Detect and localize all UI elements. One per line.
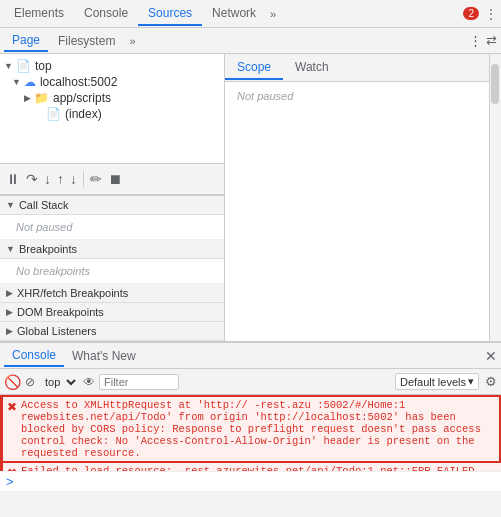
top-icons: 2 ⋮ [463,7,497,21]
sections-panel: ▼ Call Stack Not paused ▼ Breakpoints No… [0,195,224,341]
tree-label-index: (index) [65,107,102,121]
console-close-btn[interactable]: ✕ [485,348,497,364]
clear-console-btn[interactable]: 🚫 [4,374,21,390]
tree-item-localhost[interactable]: ▼ ☁ localhost:5002 [0,74,224,90]
console-tab-whatsnew[interactable]: What's New [64,346,144,366]
section-callstack-header[interactable]: ▼ Call Stack [0,196,224,215]
section-dom-label: DOM Breakpoints [17,306,104,318]
console-msg-failed-error: ✖ Failed to load resource: -rest.azurewi… [0,463,501,471]
deactivate-btn[interactable]: ✏ [90,171,102,187]
tree-arrow-localhost: ▼ [12,77,21,87]
step-into-btn[interactable]: ↓ [44,171,51,187]
scope-content: Not paused [225,82,489,110]
subtab-page[interactable]: Page [4,30,48,52]
subtab-more[interactable]: » [125,32,139,50]
section-arrow-bp: ▼ [6,244,15,254]
section-arrow-callstack: ▼ [6,200,15,210]
more-tabs[interactable]: » [266,4,280,24]
section-callstack-content: Not paused [0,215,224,240]
section-dom-header[interactable]: ▶ DOM Breakpoints [0,303,224,322]
section-arrow-global: ▶ [6,326,13,336]
console-section: Console What's New ✕ 🚫 ⊘ top 👁 Default l… [0,341,501,491]
filter-input[interactable] [99,374,179,390]
context-select[interactable]: top [39,374,79,390]
prompt-arrow-icon: > [6,474,14,489]
tree-label-localhost: localhost:5002 [40,75,117,89]
debug-controls: ⏸ ↷ ↓ ↑ ↓ ✏ ⏹ [0,163,224,195]
tab-network[interactable]: Network [202,2,266,26]
sub-tabbar: Page Filesystem » ⋮ ⇄ [0,28,501,54]
section-breakpoints-content: No breakpoints [0,259,224,284]
step-out-btn[interactable]: ↑ [57,171,64,187]
section-breakpoints-label: Breakpoints [19,243,77,255]
right-scrollbar[interactable] [489,54,501,341]
tab-elements[interactable]: Elements [4,2,74,26]
top-tabbar: Elements Console Sources Network » 2 ⋮ [0,0,501,28]
tab-sources[interactable]: Sources [138,2,202,26]
console-tab-console[interactable]: Console [4,345,64,367]
console-msg-cors-error: ✖ Access to XMLHttpRequest at 'http:// -… [0,395,501,463]
section-xhr-label: XHR/fetch Breakpoints [17,287,128,299]
scope-watch-tabs: Scope Watch [225,54,489,82]
tree-item-top[interactable]: ▼ 📄 top [0,58,224,74]
top-icon: 📄 [16,59,31,73]
section-global-header[interactable]: ▶ Global Listeners [0,322,224,341]
section-xhr-header[interactable]: ▶ XHR/fetch Breakpoints [0,284,224,303]
right-panel: Scope Watch Not paused [225,54,489,341]
levels-arrow: ▾ [468,375,474,388]
left-panel: ▼ 📄 top ▼ ☁ localhost:5002 ▶ 📁 app/scrip… [0,54,225,341]
tab-console[interactable]: Console [74,2,138,26]
console-msg-cors-text: Access to XMLHttpRequest at 'http:// -re… [21,399,495,459]
swap-icon[interactable]: ⇄ [486,33,497,48]
subtab-filesystem[interactable]: Filesystem [50,31,123,51]
error-icon-1: ✖ [7,400,17,414]
tree-arrow-app: ▶ [24,93,31,103]
section-arrow-xhr: ▶ [6,288,13,298]
error-badge: 2 [463,7,479,20]
console-tabbar: Console What's New ✕ [0,343,501,369]
console-messages: ✖ Access to XMLHttpRequest at 'http:// -… [0,395,501,471]
folder-icon: 📁 [34,91,49,105]
console-prompt-input[interactable] [18,475,495,489]
tree-item-app-scripts[interactable]: ▶ 📁 app/scripts [0,90,224,106]
scroll-thumb[interactable] [491,64,499,104]
tab-scope[interactable]: Scope [225,56,283,80]
console-prompt: > [0,471,501,491]
file-icon: 📄 [46,107,61,121]
stop-btn[interactable]: ⏹ [108,171,122,187]
settings-icon[interactable]: ⚙ [485,374,497,389]
levels-dropdown[interactable]: Default levels ▾ [395,373,479,390]
step-btn[interactable]: ↓ [70,171,77,187]
tree-arrow-top: ▼ [4,61,13,71]
default-levels-label: Default levels [400,376,466,388]
three-dots-icon[interactable]: ⋮ [469,33,482,48]
localhost-icon: ☁ [24,75,36,89]
tree-item-index[interactable]: ▶ 📄 (index) [0,106,224,122]
console-toolbar: 🚫 ⊘ top 👁 Default levels ▾ ⚙ [0,369,501,395]
main-layout: ▼ 📄 top ▼ ☁ localhost:5002 ▶ 📁 app/scrip… [0,54,501,341]
eye-icon[interactable]: 👁 [83,375,95,389]
section-global-label: Global Listeners [17,325,97,337]
more-icon[interactable]: ⋮ [485,7,497,21]
tree-label-top: top [35,59,52,73]
section-arrow-dom: ▶ [6,307,13,317]
tree-label-app: app/scripts [53,91,111,105]
filter-toggle-btn[interactable]: ⊘ [25,375,35,389]
debug-divider [83,171,84,187]
step-over-btn[interactable]: ↷ [26,171,38,187]
section-callstack-label: Call Stack [19,199,69,211]
pause-btn[interactable]: ⏸ [6,171,20,187]
section-breakpoints-header[interactable]: ▼ Breakpoints [0,240,224,259]
file-tree: ▼ 📄 top ▼ ☁ localhost:5002 ▶ 📁 app/scrip… [0,54,224,163]
tab-watch[interactable]: Watch [283,56,341,80]
